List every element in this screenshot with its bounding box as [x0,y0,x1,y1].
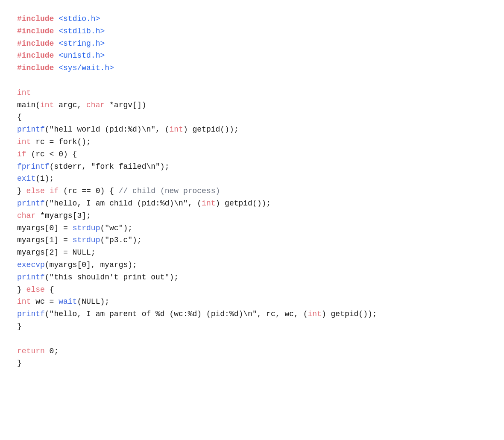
printf-fn-3: printf [17,273,45,282]
if-kw-2: if [50,187,59,195]
exit-line: exit(1); [17,173,487,185]
int-rc-kw: int [17,138,31,146]
include-line-4: #include <unistd.h> [17,50,487,62]
myargs0-line: myargs[0] = strdup("wc"); [17,222,487,235]
open-brace: { [17,111,487,123]
printf-args-1a: ("hell world (pid:%d)\n", ( [45,125,170,134]
lib-1: <stdio.h> [59,15,100,23]
indent-9: myargs[0] = [17,224,73,232]
lib-3: <string.h> [59,39,105,48]
close-else-brace: } [17,320,487,333]
fprintf-fn: fprintf [17,162,50,171]
hash-3: #include [17,39,54,48]
int-rc-line: int rc = fork(); [17,136,487,148]
indent-14: } [17,285,26,294]
exit-fn: exit [17,174,35,183]
include-line-1: #include <stdio.h> [17,13,487,25]
else-line: } else { [17,284,487,296]
myargs2-line: myargs[2] = NULL; [17,246,487,259]
int-keyword-line: int [17,87,487,99]
char-myargs-line: char *myargs[3]; [17,210,487,222]
fprintf-args: (stderr, "fork failed\n"); [50,162,170,171]
printf-fn-1: printf [17,125,45,134]
char-kw: char [17,211,35,220]
return-line: return 0; [17,345,487,358]
execvp-line: execvp(myargs[0], myargs); [17,259,487,271]
myargs1-line: myargs[1] = strdup("p3.c"); [17,234,487,246]
code-viewer: #include <stdio.h> #include <stdlib.h> #… [17,13,487,370]
include-line-3: #include <string.h> [17,38,487,50]
if-kw-1: if [17,150,26,158]
printf-args-2b: ) getpid()); [215,199,271,208]
strdup-args-2: ("p3.c"); [100,236,141,244]
lib-5: <sys/wait.h> [59,64,114,72]
myargs-decl: *myargs[3]; [35,211,91,220]
int-cast-3: int [308,310,322,318]
int-cast-1: int [169,125,183,134]
hash-5: #include [17,64,54,72]
else-brace: { [45,285,54,294]
if-cond-1: (rc < 0) { [26,150,77,158]
int-param: int [40,101,54,109]
int-wc-line: int wc = wait(NULL); [17,296,487,308]
int-keyword: int [17,88,31,97]
else-kw-1: else [26,187,45,195]
hash-4: #include [17,51,54,60]
char-keyword: char [86,101,105,109]
printf-args-2a: ("hello, I am child (pid:%d)\n", ( [45,199,202,208]
printf-line-2: printf("hello, I am child (pid:%d)\n", (… [17,197,487,210]
else-if-line: } else if (rc == 0) { // child (new proc… [17,185,487,197]
include-line-5: #include <sys/wait.h> [17,62,487,74]
strdup-args-1: ("wc"); [100,224,132,232]
indent-17: } [17,322,22,331]
printf-line-3: printf("this shouldn't print out"); [17,271,487,284]
main-signature: main(int argc, char *argv[]) [17,99,487,111]
printf-fn-4: printf [17,310,45,318]
child-comment: // child (new process) [119,187,220,195]
argc-text: argc, [54,101,86,109]
printf-args-3: ("this shouldn't print out"); [45,273,179,282]
indent-10: myargs[1] = [17,236,73,244]
brace-open: { [17,113,22,121]
int-cast-2: int [202,199,215,208]
execvp-args: (myargs[0], myargs); [45,261,137,269]
lib-2: <stdlib.h> [59,27,105,35]
return-val: 0; [45,347,59,355]
indent-6: } [17,187,26,195]
else-space-1 [45,187,50,195]
printf-parent-end: ) getpid()); [322,310,377,318]
lib-4: <unistd.h> [59,51,105,60]
fprintf-line: fprintf(stderr, "fork failed\n"); [17,161,487,173]
int-wc-kw: int [17,297,31,306]
exit-args: (1); [35,174,54,183]
wait-fn: wait [59,297,77,306]
printf-line-1: printf("hell world (pid:%d)\n", (int) ge… [17,123,487,136]
main-close-brace: } [17,359,22,367]
printf-parent-line: printf("hello, I am parent of %d (wc:%d)… [17,308,487,320]
strdup-fn-2: strdup [73,236,100,244]
indent-11: myargs[2] = NULL; [17,248,96,257]
strdup-fn-1: strdup [73,224,100,232]
hash-1: #include [17,15,54,23]
printf-args-1b: ) getpid()); [183,125,239,134]
main-fn-name: main( [17,101,40,109]
else-if-cond: (rc == 0) { [59,187,118,195]
else-kw-2: else [26,285,45,294]
hash-2: #include [17,27,54,35]
printf-fn-2: printf [17,199,45,208]
include-line-2: #include <stdlib.h> [17,25,487,38]
argv-text: *argv[]) [105,101,146,109]
wc-assign: wc = [31,297,59,306]
rc-assign: rc = fork(); [31,138,91,146]
blank-1 [17,74,487,87]
close-main-brace: } [17,357,487,370]
if-rc-line: if (rc < 0) { [17,148,487,161]
wait-args: (NULL); [77,297,109,306]
execvp-fn: execvp [17,261,45,269]
printf-parent-args: ("hello, I am parent of %d (wc:%d) (pid:… [45,310,308,318]
return-kw: return [17,347,45,355]
blank-2 [17,333,487,345]
